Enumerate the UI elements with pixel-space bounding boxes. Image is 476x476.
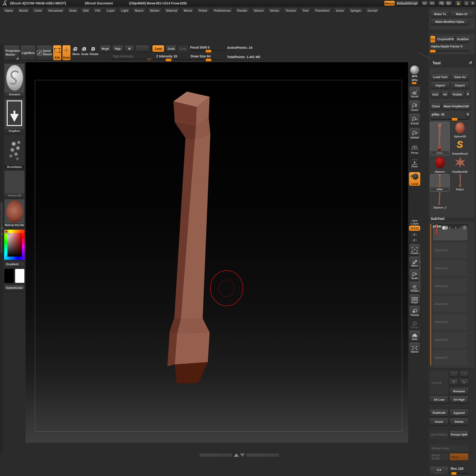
- subtool-item-unused-4[interactable]: Unused 4: [433, 296, 468, 312]
- tool-thumb-sphere3d[interactable]: Sphere3D: [450, 122, 470, 138]
- left-rail-collapse-icon[interactable]: [1, 226, 3, 230]
- polyframe-button[interactable]: PolyF: [409, 294, 421, 305]
- rgb-button[interactable]: Rgb: [112, 45, 124, 52]
- mirror-axis-button[interactable]: X Y Z: [429, 466, 449, 476]
- bottom-divider-handle[interactable]: [199, 453, 281, 458]
- make-polymesh3d-button[interactable]: Make PolyMesh3D: [442, 103, 471, 110]
- zoom-canvas-button[interactable]: Zoom: [409, 100, 421, 112]
- tool-thumb-pillar1[interactable]: Pillar1: [450, 174, 470, 191]
- make-modified-alpha-button[interactable]: Make Modified Alpha: [431, 18, 469, 25]
- scale-mode-button[interactable]: S Scale: [81, 47, 89, 60]
- tool-thumb-zsphere2[interactable]: ZSphere_2: [430, 192, 449, 210]
- default-zscript-button[interactable]: DefaultZScript: [396, 1, 419, 6]
- clone-button[interactable]: Clone: [431, 103, 441, 110]
- menu-light[interactable]: Light: [119, 8, 131, 14]
- local-pivot-button[interactable]: ↺ Local: [409, 172, 421, 186]
- tool-name-slider-track[interactable]: [431, 119, 469, 120]
- alpha-depth-track[interactable]: [430, 51, 469, 51]
- solo-button[interactable]: Solo: [409, 330, 421, 341]
- main-color-swatch[interactable]: [4, 269, 14, 283]
- gradient-button[interactable]: Gradient: [4, 261, 25, 267]
- rgb-intensity-track[interactable]: [112, 59, 152, 60]
- cc-button[interactable]: Cc: [430, 36, 435, 43]
- zsub-button[interactable]: Zsub: [166, 45, 177, 52]
- menu-color[interactable]: Color: [32, 8, 44, 14]
- switchcolor-button[interactable]: SwitchColor: [4, 285, 25, 291]
- subtool-item-unused-7[interactable]: Unused 7: [433, 350, 468, 366]
- menu-movie[interactable]: Movie: [182, 8, 194, 14]
- move-mode-button[interactable]: M Move: [72, 47, 80, 60]
- weld-button[interactable]: Weld: [449, 453, 469, 461]
- menu-brush[interactable]: Brush: [17, 8, 30, 14]
- grabdoc-button[interactable]: GrabDoc: [456, 36, 470, 43]
- menu-file[interactable]: File: [93, 8, 103, 14]
- tool-palette-header[interactable]: Tool: [433, 61, 441, 66]
- floor-button[interactable]: X Y Z Floor: [409, 155, 421, 168]
- current-material-thumbnail[interactable]: MatCap Red Wa: [4, 199, 25, 227]
- move-window-left-button[interactable]: [438, 1, 445, 6]
- subtool-item-unused-6[interactable]: Unused 6: [433, 332, 468, 348]
- subtool-item-unused-5[interactable]: Unused 5: [433, 314, 468, 330]
- mrgb-button[interactable]: Mrgb: [100, 45, 111, 52]
- menu-macro[interactable]: Macro: [133, 8, 146, 14]
- bpr-render-button[interactable]: BPR: [409, 66, 421, 78]
- divider-down-icon[interactable]: [240, 453, 245, 457]
- m-button[interactable]: M: [125, 45, 134, 52]
- right-rail-expand-icon-2[interactable]: [419, 266, 421, 270]
- spix-slider[interactable]: SPix: [409, 79, 421, 85]
- menu-marker[interactable]: Marker: [148, 8, 162, 14]
- transp-button[interactable]: Transp: [409, 306, 421, 317]
- y-rotation-button[interactable]: ↺y: [409, 232, 421, 237]
- alpha-depth-handle[interactable]: [430, 50, 436, 53]
- crop-and-fill-button[interactable]: CropAndFill: [436, 36, 455, 43]
- tool-thumb-pillar-active[interactable]: pillar: [430, 122, 449, 155]
- goz-button[interactable]: GoZ: [431, 91, 440, 98]
- lightbox-button[interactable]: LightBox: [20, 45, 36, 60]
- right-rail-scroll-texture[interactable]: [419, 252, 421, 293]
- lsym-button[interactable]: L.Sym: [409, 217, 421, 225]
- insert-button[interactable]: Insert: [429, 418, 449, 425]
- spix-handle[interactable]: [412, 82, 417, 84]
- tool-thumb-polymesh3d[interactable]: PolyMesh3D: [450, 156, 470, 174]
- xyz-rotation-button[interactable]: ↺ XYZ: [409, 225, 421, 231]
- z-intensity-handle[interactable]: [166, 59, 171, 62]
- all-high-button[interactable]: All High: [449, 396, 469, 403]
- append-button[interactable]: Append: [449, 409, 469, 416]
- all-button[interactable]: All: [441, 91, 449, 98]
- split-hidden-button[interactable]: Split Hidden: [429, 430, 449, 439]
- divider-collapse-left-button[interactable]: [421, 1, 428, 6]
- z-intensity-track[interactable]: [150, 60, 196, 60]
- res-slider-handle[interactable]: [451, 472, 457, 475]
- subtool-eye-icon[interactable]: [462, 226, 467, 229]
- right-rail-expand-icon[interactable]: [419, 260, 421, 264]
- current-alpha-thumbnail[interactable]: BrushAlpha: [4, 134, 25, 169]
- rename-button[interactable]: Rename: [449, 388, 469, 395]
- zcut-button[interactable]: Zcut: [178, 45, 188, 52]
- z-rotation-button[interactable]: ↺z: [409, 238, 421, 243]
- subtool-item-unused-3[interactable]: Unused 3: [433, 278, 468, 294]
- menu-document[interactable]: Document: [46, 8, 65, 14]
- menu-picker[interactable]: Picker: [196, 8, 210, 14]
- duplicate-button[interactable]: Duplicate: [429, 409, 449, 416]
- subtool-header[interactable]: SubTool: [431, 217, 444, 221]
- tool-thumb-pillar[interactable]: pillar: [430, 174, 449, 191]
- menu-alpha[interactable]: Alpha: [2, 8, 15, 14]
- tool-name-slider-handle[interactable]: [452, 118, 458, 121]
- projection-master-button[interactable]: Projection Master: [4, 45, 19, 60]
- edit-mode-button[interactable]: Edit: [53, 45, 61, 60]
- subtool-scroll-indicator[interactable]: [430, 224, 431, 365]
- menu-zscript[interactable]: Zscript: [365, 8, 380, 14]
- subtool-up-button[interactable]: ↑: [449, 371, 458, 377]
- visible-button[interactable]: Visible: [450, 91, 465, 98]
- menu-edit[interactable]: Edit: [81, 8, 91, 14]
- current-stroke-thumbnail[interactable]: DragRect: [4, 98, 25, 133]
- xpose-button[interactable]: Xpose: [409, 342, 421, 354]
- merge-visible-button[interactable]: Merge Visible: [429, 453, 449, 461]
- menu-texture[interactable]: Texture: [283, 8, 298, 14]
- tool-refresh-icon[interactable]: ↺: [469, 60, 472, 65]
- color-picker[interactable]: [4, 230, 25, 260]
- make-st-button[interactable]: Make St: [450, 11, 473, 17]
- blank-slot-button[interactable]: [135, 45, 149, 52]
- export-button[interactable]: Export: [451, 82, 469, 89]
- menu-transform[interactable]: Transform: [313, 8, 332, 14]
